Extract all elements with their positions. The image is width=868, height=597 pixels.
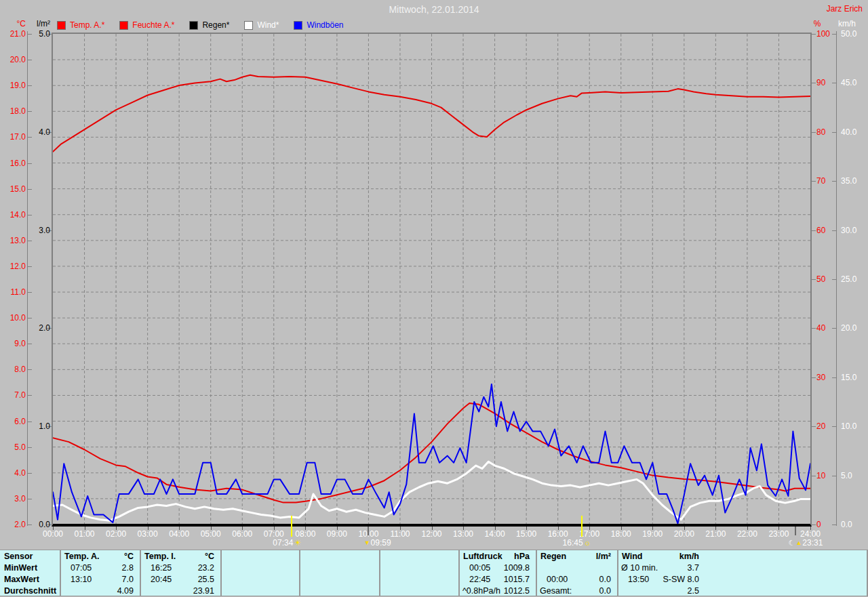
wind-axis-tick (832, 34, 836, 35)
cell-value: 1015.7 (504, 575, 534, 584)
cell-value: 25.5 (198, 575, 219, 584)
sunrise-time-label: 07:34 (273, 538, 293, 548)
x-axis-hour-tick (274, 527, 275, 530)
cell-label: Gesamt: (537, 586, 572, 596)
x-axis-hour-tick (400, 527, 401, 530)
x-axis-label: 23:00 (764, 529, 793, 539)
wind-axis-tick-label: 20.0 (841, 324, 864, 332)
x-axis-hour-tick (305, 527, 306, 530)
temp-axis-tick-label: 12.0 (4, 262, 26, 270)
temp-axis-tick-label: 20.0 (4, 56, 26, 64)
x-axis-hour-tick (778, 527, 779, 530)
column-header: Wind (618, 552, 642, 561)
x-axis-label: 06:00 (227, 529, 257, 539)
wind-axis-tick-label: 50.0 (841, 30, 864, 38)
legend-label: Wind* (257, 20, 279, 30)
legend-item-feuchte-a[interactable]: Feuchte A.* (119, 20, 174, 30)
legend-item-windboeen[interactable]: Windböen (294, 20, 343, 30)
row-header: MinWert (0, 563, 37, 573)
cell-label: 22:45 (460, 575, 490, 584)
x-axis-hour-tick (747, 527, 748, 530)
x-axis-label: 22:00 (732, 529, 762, 539)
temp-axis-tick-label: 15.0 (4, 185, 26, 193)
moonset-tick (368, 527, 369, 535)
sunset-time-label: 16:45 (563, 538, 583, 548)
x-axis-label: 01:00 (70, 529, 100, 539)
wind-axis-tick (832, 230, 836, 231)
cell-label: 07:05 (61, 563, 92, 573)
humidity-axis-tick (812, 279, 816, 280)
temp-a-swatch-icon (57, 21, 66, 30)
x-axis-hour-tick (652, 527, 653, 530)
wind-axis-tick-label: 5.0 (841, 472, 864, 480)
x-axis-label: 07:00 (259, 529, 289, 539)
cell-value: 1012.5 (504, 586, 534, 596)
wind-axis-tick (832, 524, 836, 525)
moonrise-marker: ☾▲23:31 (789, 538, 823, 548)
rain-axis-tick-label: 0.0 (28, 520, 50, 529)
x-axis-label: 24:00 (795, 529, 825, 539)
legend-label: Windböen (307, 20, 343, 30)
column-unit: °C (124, 552, 138, 561)
temp-axis-tick-label: 14.0 (4, 211, 26, 219)
chart-canvas (53, 34, 810, 524)
wind-axis-line (836, 31, 837, 526)
x-axis-hour-tick (589, 527, 590, 530)
moon-icon: ▲ (795, 540, 802, 546)
legend-item-temp-a[interactable]: Temp. A.* (57, 20, 104, 30)
sun-icon: ☀ (294, 539, 301, 546)
temp-axis-tick (28, 137, 32, 138)
wind-axis-unit: km/h (838, 19, 856, 28)
cell-label: 13:50 (618, 575, 649, 584)
x-axis-label: 15:00 (511, 529, 541, 539)
table-column-luftdruck: LuftdruckhPa00:051009.822:451015.7^0.8hP… (460, 550, 534, 596)
moon-icon: ☾ (789, 539, 795, 546)
x-axis-hour-tick (53, 527, 54, 530)
legend: Temp. A.*Feuchte A.*Regen*Wind*Windböen (57, 20, 344, 30)
temp-axis-tick (28, 163, 32, 164)
x-axis-label: 14:00 (480, 529, 510, 539)
legend-item-wind[interactable]: Wind* (244, 20, 279, 30)
legend-item-regen[interactable]: Regen* (189, 20, 229, 30)
humidity-axis-tick (812, 34, 816, 35)
table-column-wind: Windkm/hØ 10 min.3.713:50S-SW 8.02.5 (618, 550, 704, 596)
wind-axis-tick (832, 426, 836, 427)
legend-label: Regen* (202, 20, 229, 30)
cell-label: 16:25 (141, 563, 172, 573)
wind-axis-tick (832, 279, 836, 280)
wind-axis-tick (832, 181, 836, 182)
chart-plot-area[interactable] (52, 33, 812, 527)
x-axis-hour-tick (715, 527, 716, 530)
x-axis-hour-tick (495, 527, 496, 530)
temp-axis-unit: °C (7, 19, 26, 28)
x-axis-hour-tick (242, 527, 243, 530)
wind-axis-tick (832, 377, 836, 378)
x-axis-label: 05:00 (196, 529, 226, 539)
column-unit: l/m² (596, 552, 616, 561)
cell-value: 23.2 (198, 563, 219, 573)
temp-axis-tick (28, 369, 32, 370)
wind-axis-tick-label: 30.0 (841, 226, 864, 234)
cell-value: 0.0 (599, 586, 616, 596)
temp-axis-tick (28, 499, 32, 499)
humidity-axis-tick (812, 476, 816, 476)
column-header: Temp. A. (61, 552, 99, 561)
cell-value: 1009.8 (504, 563, 534, 573)
x-axis-hour-tick (116, 527, 117, 530)
humidity-axis-tick (812, 181, 816, 182)
x-axis-hour-tick (526, 527, 527, 530)
x-axis-label: 19:00 (637, 529, 667, 539)
column-unit: km/h (679, 552, 704, 561)
cell-value: 4.09 (117, 586, 138, 596)
cell-label: 00:05 (460, 563, 490, 573)
table-column-regen: Regenl/m²00:000.0Gesamt:0.0 (537, 550, 616, 596)
cell-value: 3.7 (688, 563, 704, 573)
x-axis-label: 02:00 (101, 529, 131, 539)
humidity-axis-tick (812, 426, 816, 427)
summary-table: SensorMinWertMaxWertDurchschnittTemp. A.… (0, 550, 868, 596)
temp-axis-tick-label: 21.0 (4, 30, 26, 38)
row-header: MaxWert (0, 575, 39, 584)
x-axis-hour-tick (179, 527, 180, 530)
humidity-axis-tick (812, 132, 816, 133)
table-column-temp-a: Temp. A.°C07:052.813:107.04.09 (61, 550, 138, 596)
